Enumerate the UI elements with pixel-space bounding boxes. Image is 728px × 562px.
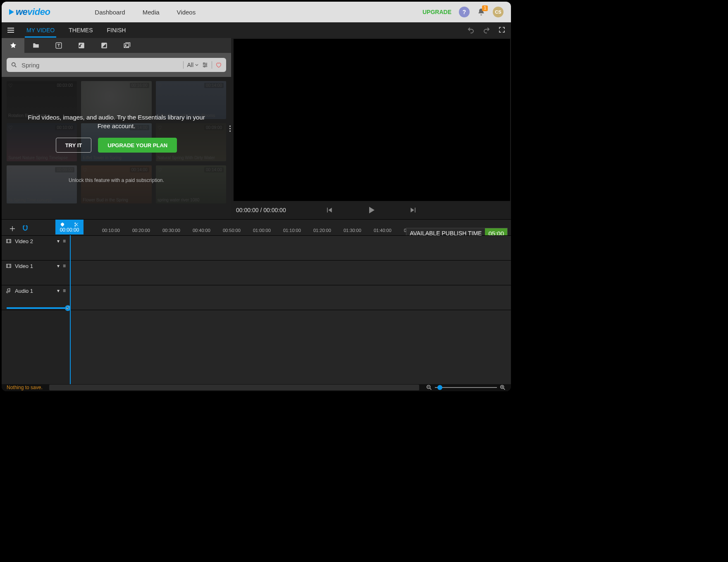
assettab-folder[interactable] xyxy=(24,38,47,53)
overlay-message: Find videos, images, and audio. Try the … xyxy=(21,113,212,130)
track-lane[interactable] xyxy=(70,236,511,260)
svg-point-8 xyxy=(204,66,205,67)
track-menu-icon[interactable]: ≡ xyxy=(63,288,66,294)
zoom-thumb[interactable] xyxy=(437,385,442,390)
track-menu-chevron-icon[interactable]: ▾ xyxy=(57,238,60,244)
track-lane[interactable] xyxy=(70,285,511,310)
status-bar: Nothing to save. xyxy=(2,384,511,391)
clips-area: ♡00:03:00Rotation Black Spring ♡00:16:00… xyxy=(2,77,231,219)
video-track-icon xyxy=(6,238,12,244)
svg-rect-11 xyxy=(7,239,11,243)
assettab-audio[interactable] xyxy=(70,38,93,53)
track-audio1: Audio 1 ▾ ≡ 🔊 xyxy=(2,285,511,310)
track-video2: Video 2 ▾ ≡ xyxy=(2,235,511,260)
nav-dashboard[interactable]: Dashboard xyxy=(95,9,125,16)
audio-volume-slider[interactable]: 🔊 xyxy=(7,307,69,309)
favorites-icon[interactable] xyxy=(215,62,222,68)
timeline-scrollbar[interactable] xyxy=(49,385,419,390)
preview-canvas[interactable] xyxy=(234,39,510,201)
track-label: Audio 1 xyxy=(15,288,33,294)
track-menu-chevron-icon[interactable]: ▾ xyxy=(57,288,60,294)
top-nav: Dashboard Media Videos xyxy=(95,9,196,16)
track-lane[interactable] xyxy=(70,261,511,285)
preview-controls: 00:00:00 / 00:00:00 xyxy=(231,201,511,219)
assettab-text[interactable] xyxy=(47,38,70,53)
timeline: 00:00:00 00:10:0000:20:0000:30:0000:40:0… xyxy=(2,219,511,391)
upgrade-plan-button[interactable]: UPGRADE YOUR PLAN xyxy=(98,138,177,153)
track-empty xyxy=(2,310,511,384)
track-menu-icon[interactable]: ≡ xyxy=(63,263,66,269)
asset-tabs xyxy=(2,38,231,53)
search-input[interactable] xyxy=(21,61,180,69)
track-menu-chevron-icon[interactable]: ▾ xyxy=(57,263,60,269)
menu-icon[interactable] xyxy=(7,28,14,33)
chevron-down-icon xyxy=(195,63,198,67)
tab-finish[interactable]: FINISH xyxy=(105,23,128,38)
add-track-icon[interactable] xyxy=(9,225,16,232)
editor-nav: MY VIDEO THEMES FINISH xyxy=(2,22,511,38)
fullscreen-icon[interactable] xyxy=(499,26,505,34)
tab-themes[interactable]: THEMES xyxy=(67,23,94,38)
skip-end-icon[interactable] xyxy=(409,206,418,214)
svg-point-7 xyxy=(205,65,207,66)
snap-icon[interactable] xyxy=(21,225,29,232)
svg-rect-2 xyxy=(101,43,107,48)
zoom-in-icon[interactable] xyxy=(499,384,506,391)
svg-rect-12 xyxy=(7,264,11,268)
help-icon[interactable]: ? xyxy=(459,7,470,17)
brand-logo[interactable]: wevideo xyxy=(9,7,50,17)
media-panel: All ♡00:03:00Rotation Black Spring ♡00:1… xyxy=(2,38,231,219)
timeline-header: 00:00:00 00:10:0000:20:0000:30:0000:40:0… xyxy=(2,220,511,235)
video-track-icon xyxy=(6,263,12,269)
nav-media[interactable]: Media xyxy=(143,9,160,16)
filter-label: All xyxy=(187,62,193,68)
filter-dropdown[interactable]: All xyxy=(187,62,198,68)
assettab-star[interactable] xyxy=(2,38,24,53)
svg-point-6 xyxy=(203,63,205,64)
split-icon[interactable] xyxy=(74,222,79,227)
notifications-icon[interactable]: 1 xyxy=(477,8,485,16)
main-area: All ♡00:03:00Rotation Black Spring ♡00:1… xyxy=(2,38,511,219)
nav-videos[interactable]: Videos xyxy=(177,9,196,16)
zoom-controls xyxy=(426,384,506,391)
search-icon xyxy=(11,62,17,68)
track-label: Video 2 xyxy=(15,238,33,244)
audio-track-icon xyxy=(6,288,12,294)
notification-badge: 1 xyxy=(482,5,488,11)
zoom-out-icon[interactable] xyxy=(426,384,432,391)
track-menu-icon[interactable]: ≡ xyxy=(63,238,66,244)
preview-time: 00:00:00 / 00:00:00 xyxy=(236,207,286,213)
preview-panel: 00:00:00 / 00:00:00 xyxy=(231,38,511,219)
timeline-tools xyxy=(2,220,55,235)
user-avatar[interactable]: CS xyxy=(493,7,504,17)
marker-icon[interactable] xyxy=(60,222,65,227)
track-label: Video 1 xyxy=(15,263,33,269)
tracks-container: Video 2 ▾ ≡ Video 1 ▾ ≡ xyxy=(2,235,511,384)
brand-video: video xyxy=(27,7,50,17)
play-triangle-icon xyxy=(9,9,14,15)
assettab-transitions[interactable] xyxy=(93,38,115,53)
search-box: All xyxy=(7,58,226,72)
upgrade-overlay: Find videos, images, and audio. Try the … xyxy=(2,77,231,219)
tune-icon[interactable] xyxy=(202,62,208,68)
track-lane[interactable] xyxy=(70,310,511,384)
svg-rect-3 xyxy=(124,44,129,48)
redo-icon[interactable] xyxy=(483,26,490,34)
track-video1: Video 1 ▾ ≡ xyxy=(2,260,511,285)
svg-point-4 xyxy=(125,45,126,45)
skip-start-icon[interactable] xyxy=(325,206,333,214)
overlay-subtext: Unlock this feature with a paid subscrip… xyxy=(69,177,164,183)
top-bar: wevideo Dashboard Media Videos UPGRADE ?… xyxy=(2,2,511,22)
save-status: Nothing to save. xyxy=(7,385,43,390)
try-it-button[interactable]: TRY IT xyxy=(56,138,91,153)
upgrade-link[interactable]: UPGRADE xyxy=(422,9,451,15)
tab-my-video[interactable]: MY VIDEO xyxy=(25,23,56,38)
undo-icon[interactable] xyxy=(467,26,475,34)
play-icon[interactable] xyxy=(366,205,376,215)
assettab-images[interactable] xyxy=(115,38,138,53)
zoom-slider[interactable] xyxy=(435,387,497,388)
search-row: All xyxy=(2,53,231,77)
svg-rect-1 xyxy=(79,43,84,48)
svg-rect-0 xyxy=(56,43,62,48)
svg-point-5 xyxy=(12,63,15,66)
